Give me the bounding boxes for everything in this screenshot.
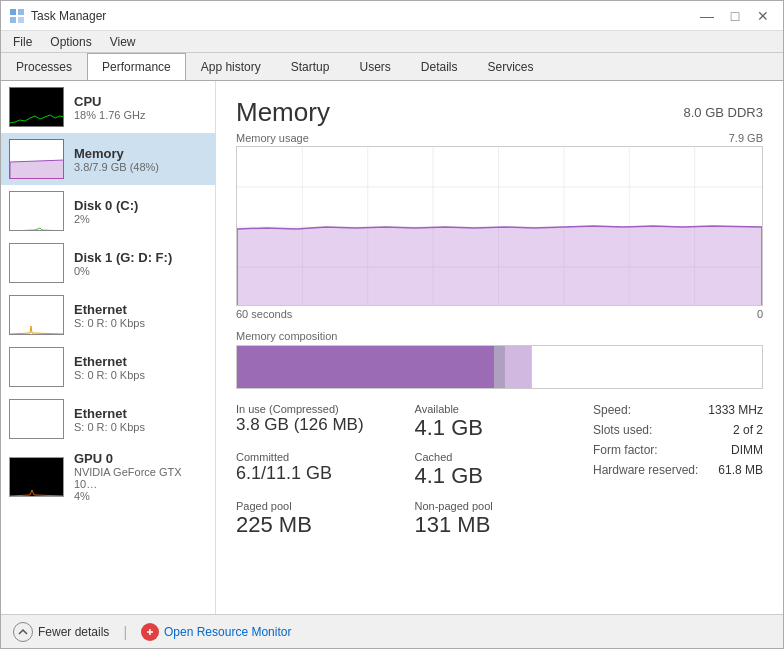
available-value: 4.1 GB: [415, 415, 584, 441]
paged-label: Paged pool: [236, 500, 405, 512]
menu-options[interactable]: Options: [42, 33, 99, 51]
detail-panel: Memory 8.0 GB DDR3 Memory usage 7.9 GB: [216, 81, 783, 614]
svg-rect-0: [10, 9, 16, 15]
gpu-mini-graph: [9, 457, 64, 497]
stat-committed: Committed 6.1/11.1 GB: [236, 451, 405, 489]
sidebar-item-memory[interactable]: Memory 3.8/7.9 GB (48%): [1, 133, 215, 185]
tab-bar: Processes Performance App history Startu…: [1, 53, 783, 81]
ethernet3-label: Ethernet: [74, 406, 145, 421]
tab-app-history[interactable]: App history: [186, 53, 276, 80]
gpu-sublabel: NVIDIA GeForce GTX 10…: [74, 466, 207, 490]
sidebar-item-ethernet2[interactable]: Ethernet S: 0 R: 0 Kbps: [1, 341, 215, 393]
svg-marker-4: [10, 160, 64, 179]
slots-key: Slots used:: [593, 423, 652, 437]
cpu-sublabel: 18% 1.76 GHz: [74, 109, 146, 121]
tab-services[interactable]: Services: [473, 53, 549, 80]
tab-processes[interactable]: Processes: [1, 53, 87, 80]
ethernet3-info: Ethernet S: 0 R: 0 Kbps: [74, 406, 145, 433]
ethernet3-mini-graph: [9, 399, 64, 439]
ethernet1-mini-graph: [9, 295, 64, 335]
minimize-button[interactable]: —: [695, 6, 719, 26]
svg-rect-2: [10, 17, 16, 23]
fewer-details-label: Fewer details: [38, 625, 109, 639]
menu-file[interactable]: File: [5, 33, 40, 51]
disk0-info: Disk 0 (C:) 2%: [74, 198, 138, 225]
form-key: Form factor:: [593, 443, 658, 457]
comp-free: [531, 346, 762, 388]
window-title: Task Manager: [31, 9, 106, 23]
disk1-info: Disk 1 (G: D: F:) 0%: [74, 250, 172, 277]
slots-row: Slots used: 2 of 2: [593, 423, 763, 437]
maximize-button[interactable]: □: [723, 6, 747, 26]
title-bar: Task Manager — □ ✕: [1, 1, 783, 31]
disk1-sublabel: 0%: [74, 265, 172, 277]
memory-mini-graph: [9, 139, 64, 179]
disk0-label: Disk 0 (C:): [74, 198, 138, 213]
detail-title: Memory: [236, 97, 330, 128]
ethernet2-info: Ethernet S: 0 R: 0 Kbps: [74, 354, 145, 381]
stats-area: In use (Compressed) 3.8 GB (126 MB) Avai…: [236, 403, 763, 538]
speed-val: 1333 MHz: [708, 403, 763, 417]
ethernet2-mini-graph: [9, 347, 64, 387]
stat-paged: Paged pool 225 MB: [236, 500, 405, 538]
monitor-icon: [141, 623, 159, 641]
hw-key: Hardware reserved:: [593, 463, 698, 477]
close-button[interactable]: ✕: [751, 6, 775, 26]
window-controls: — □ ✕: [695, 6, 775, 26]
sidebar-item-disk0[interactable]: Disk 0 (C:) 2%: [1, 185, 215, 237]
sidebar-item-gpu[interactable]: GPU 0 NVIDIA GeForce GTX 10… 4%: [1, 445, 215, 508]
in-use-value: 3.8 GB (126 MB): [236, 415, 405, 435]
detail-spec: 8.0 GB DDR3: [684, 97, 763, 120]
sidebar: CPU 18% 1.76 GHz Memory 3.8/7.9 GB (48%): [1, 81, 216, 614]
memory-label: Memory: [74, 146, 159, 161]
speed-key: Speed:: [593, 403, 631, 417]
stat-nonpaged: Non-paged pool 131 MB: [415, 500, 584, 538]
menu-bar: File Options View: [1, 31, 783, 53]
detail-header: Memory 8.0 GB DDR3: [236, 97, 763, 128]
disk1-label: Disk 1 (G: D: F:): [74, 250, 172, 265]
committed-value: 6.1/11.1 GB: [236, 463, 405, 485]
cached-value: 4.1 GB: [415, 463, 584, 489]
bottom-divider: |: [123, 624, 127, 640]
tab-startup[interactable]: Startup: [276, 53, 345, 80]
time-end: 0: [757, 308, 763, 320]
sidebar-item-ethernet3[interactable]: Ethernet S: 0 R: 0 Kbps: [1, 393, 215, 445]
ethernet3-sublabel: S: 0 R: 0 Kbps: [74, 421, 145, 433]
fewer-details-button[interactable]: Fewer details: [13, 622, 109, 642]
task-manager-window: Task Manager — □ ✕ File Options View Pro…: [0, 0, 784, 649]
gpu-sublabel2: 4%: [74, 490, 207, 502]
fewer-icon: [13, 622, 33, 642]
monitor-label: Open Resource Monitor: [164, 625, 291, 639]
nonpaged-label: Non-paged pool: [415, 500, 584, 512]
nonpaged-value: 131 MB: [415, 512, 584, 538]
tab-details[interactable]: Details: [406, 53, 473, 80]
tab-performance[interactable]: Performance: [87, 53, 186, 80]
open-resource-monitor-button[interactable]: Open Resource Monitor: [141, 623, 291, 641]
stat-cached: Cached 4.1 GB: [415, 451, 584, 489]
sidebar-item-ethernet1[interactable]: Ethernet S: 0 R: 0 Kbps: [1, 289, 215, 341]
sidebar-item-cpu[interactable]: CPU 18% 1.76 GHz: [1, 81, 215, 133]
gpu-label: GPU 0: [74, 451, 207, 466]
main-content: CPU 18% 1.76 GHz Memory 3.8/7.9 GB (48%): [1, 81, 783, 614]
bottom-bar: Fewer details | Open Resource Monitor: [1, 614, 783, 648]
hw-row: Hardware reserved: 61.8 MB: [593, 463, 763, 477]
max-label: 7.9 GB: [729, 132, 763, 144]
form-row: Form factor: DIMM: [593, 443, 763, 457]
stat-in-use: In use (Compressed) 3.8 GB (126 MB): [236, 403, 405, 441]
menu-view[interactable]: View: [102, 33, 144, 51]
comp-standby: [505, 346, 531, 388]
disk0-sublabel: 2%: [74, 213, 138, 225]
tab-users[interactable]: Users: [344, 53, 405, 80]
time-start: 60 seconds: [236, 308, 292, 320]
memory-info: Memory 3.8/7.9 GB (48%): [74, 146, 159, 173]
sidebar-item-disk1[interactable]: Disk 1 (G: D: F:) 0%: [1, 237, 215, 289]
stat-available: Available 4.1 GB: [415, 403, 584, 441]
svg-marker-15: [237, 226, 762, 306]
usage-chart: [236, 146, 763, 306]
memory-sublabel: 3.8/7.9 GB (48%): [74, 161, 159, 173]
ethernet1-info: Ethernet S: 0 R: 0 Kbps: [74, 302, 145, 329]
svg-rect-3: [18, 17, 24, 23]
form-val: DIMM: [731, 443, 763, 457]
disk0-mini-graph: [9, 191, 64, 231]
speed-row: Speed: 1333 MHz: [593, 403, 763, 417]
